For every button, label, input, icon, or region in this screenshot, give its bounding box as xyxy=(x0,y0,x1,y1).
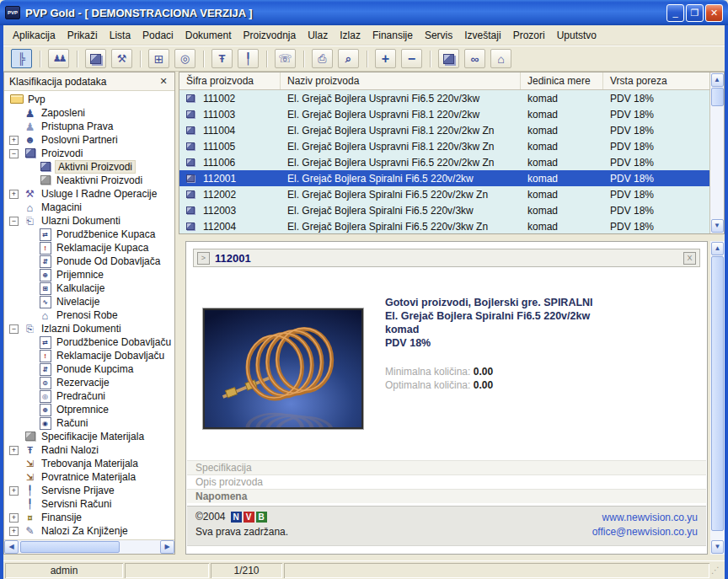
search-binoculars-icon[interactable] xyxy=(464,49,485,68)
section-row[interactable]: Opis proizvoda xyxy=(187,474,706,489)
expander-icon[interactable]: + xyxy=(9,527,19,536)
menu-item[interactable]: Prozori xyxy=(507,28,551,43)
scroll-left-icon[interactable]: ◀ xyxy=(4,540,19,554)
table-row[interactable]: 112004 El. Grejač Bojlera Spiralni Fi6.5… xyxy=(179,218,709,233)
tree-item[interactable]: Predračuni xyxy=(4,389,174,403)
tree-item[interactable]: Ponude Kupcima xyxy=(4,362,174,376)
tree-item[interactable]: + Poslovni Partneri xyxy=(4,133,174,147)
menu-item[interactable]: Finansije xyxy=(367,28,419,43)
tree-item[interactable]: Pvp xyxy=(4,93,174,106)
home-icon[interactable] xyxy=(490,49,511,68)
table-row[interactable]: 111003 El. Grejač Bojlera Uspravni Fi8.1… xyxy=(179,106,709,122)
tree-item[interactable]: Specifikacije Materijala xyxy=(4,430,174,443)
table-row[interactable]: 111002 El. Grejač Bojlera Uspravni Fi6.5… xyxy=(179,90,709,106)
service-orders-icon[interactable] xyxy=(238,49,259,68)
services-icon[interactable] xyxy=(111,49,132,68)
scroll-down-icon[interactable]: ▼ xyxy=(711,219,724,233)
section-row[interactable]: Napomena xyxy=(187,489,706,503)
table-row[interactable]: 112003 El. Grejač Bojlera Spiralni Fi6.5… xyxy=(179,202,709,218)
column-header[interactable]: Vrsta poreza xyxy=(603,72,709,89)
table-row[interactable]: 111004 El. Grejač Bojlera Uspravni Fi8.1… xyxy=(179,122,709,138)
work-orders-icon[interactable] xyxy=(211,49,233,68)
fax-icon[interactable] xyxy=(275,49,296,68)
menu-item[interactable]: Ulaz xyxy=(302,28,334,43)
product-box-icon[interactable] xyxy=(438,49,459,68)
tree-item[interactable]: Zaposleni xyxy=(4,106,174,120)
tree-item[interactable]: + Nalozi Za Knjiženje xyxy=(4,524,174,538)
table-row[interactable]: 112002 El. Grejač Bojlera Spiralni Fi6.5… xyxy=(179,186,709,202)
tree-item[interactable]: Prenosi Robe xyxy=(4,308,174,322)
close-detail-button[interactable]: X xyxy=(683,252,696,265)
menu-item[interactable]: Izveštaji xyxy=(458,28,506,43)
menu-item[interactable]: Lista xyxy=(104,28,136,43)
tree-item[interactable]: + Finansije xyxy=(4,511,174,524)
products-icon[interactable] xyxy=(85,49,106,68)
tree-item[interactable]: Porudžbenice Kupaca xyxy=(4,228,174,241)
menu-item[interactable]: Proizvodnja xyxy=(237,28,302,43)
menu-item[interactable]: Dokument xyxy=(179,28,238,43)
close-button[interactable]: ✕ xyxy=(705,4,723,22)
table-vertical-scrollbar[interactable]: ▲ ▼ xyxy=(709,72,724,233)
employees-icon[interactable] xyxy=(48,49,69,68)
print-icon[interactable] xyxy=(312,49,333,68)
expander-icon[interactable]: + xyxy=(9,136,19,145)
tree-item[interactable]: Aktivni Proizvodi xyxy=(4,160,174,174)
expander-icon[interactable]: + xyxy=(9,190,19,199)
website-link[interactable]: www.newvision.co.yu xyxy=(592,511,698,525)
email-link[interactable]: office@newvision.co.yu xyxy=(592,525,698,539)
sidebar-horizontal-scrollbar[interactable]: ◀ ▶ xyxy=(4,539,174,554)
scroll-up-icon[interactable]: ▲ xyxy=(711,73,724,87)
maximize-button[interactable]: ❐ xyxy=(686,4,704,22)
menu-item[interactable]: Izlaz xyxy=(334,28,367,43)
tree-item[interactable]: Rezervacije xyxy=(4,376,174,389)
resize-grip[interactable]: ⋰ xyxy=(711,563,723,578)
tree-item[interactable]: Kalkulacije xyxy=(4,281,174,295)
scrollbar-thumb[interactable] xyxy=(711,88,724,106)
tree-item[interactable]: + Usluge I Radne Operacije xyxy=(4,187,174,201)
expander-icon[interactable]: + xyxy=(9,486,19,496)
scroll-up-icon[interactable]: ▲ xyxy=(711,242,724,255)
tree-item[interactable]: Prijemnice xyxy=(4,268,174,281)
table-row[interactable]: 112001 El. Grejač Bojlera Spiralni Fi6.5… xyxy=(179,170,709,186)
expand-detail-button[interactable]: > xyxy=(197,252,210,265)
minimize-button[interactable]: _ xyxy=(666,4,684,22)
tree-item[interactable]: Reklamacije Dobavljaču xyxy=(4,349,174,362)
menu-item[interactable]: Servis xyxy=(419,28,458,43)
document-target-icon[interactable] xyxy=(174,49,195,68)
tree-item[interactable]: Servisni Računi xyxy=(4,497,174,511)
tree-item[interactable]: Trebovanja Materijala xyxy=(4,457,174,470)
add-icon[interactable] xyxy=(375,49,396,68)
tree-item[interactable]: Nivelacije xyxy=(4,295,174,308)
tree-item[interactable]: Magacini xyxy=(4,201,174,214)
tree-item[interactable]: + Servisne Prijave xyxy=(4,484,174,497)
tree-item[interactable]: Pristupna Prava xyxy=(4,120,174,133)
tree-item[interactable]: Povratnice Materijala xyxy=(4,470,174,484)
menu-item[interactable]: Podaci xyxy=(136,28,179,43)
expander-icon[interactable]: − xyxy=(9,217,19,226)
expander-icon[interactable]: + xyxy=(9,446,19,455)
column-header[interactable]: Šifra proizvoda xyxy=(179,72,281,89)
expander-icon[interactable]: − xyxy=(9,149,19,158)
section-row[interactable]: Specifikacija xyxy=(187,460,706,474)
tree-item[interactable]: Porudžbenice Dobavljaču xyxy=(4,335,174,349)
expander-icon[interactable]: − xyxy=(9,324,19,334)
menu-item[interactable]: Prikaži xyxy=(62,28,104,43)
detail-vertical-scrollbar[interactable]: ▲ ▼ xyxy=(710,241,725,555)
remove-icon[interactable] xyxy=(401,49,422,68)
expander-icon[interactable]: + xyxy=(9,513,19,523)
scroll-down-icon[interactable]: ▼ xyxy=(711,540,724,554)
title-bar[interactable]: PVP PVP Gold - [ DEMONSTRACIONA VERZIJA … xyxy=(0,0,728,25)
table-row[interactable]: 111006 El. Grejač Bojlera Uspravni Fi6.5… xyxy=(179,154,709,170)
table-row[interactable]: 111005 El. Grejač Bojlera Uspravni Fi8.1… xyxy=(179,138,709,154)
tree-item[interactable]: Otpremnice xyxy=(4,403,174,416)
column-header[interactable]: Jedinica mere xyxy=(521,72,603,89)
window-split-icon[interactable] xyxy=(148,49,169,68)
scroll-right-icon[interactable]: ▶ xyxy=(160,540,174,554)
column-header[interactable]: Naziv proizvoda xyxy=(281,72,521,89)
tree-item[interactable]: Računi xyxy=(4,416,174,430)
tree-view-icon[interactable] xyxy=(11,49,32,68)
menu-item[interactable]: Uputstvo xyxy=(551,28,602,43)
menu-item[interactable]: Aplikacija xyxy=(7,28,62,43)
tree-item[interactable]: Neaktivni Proizvodi xyxy=(4,174,174,187)
tree-item[interactable]: Ponude Od Dobavljača xyxy=(4,255,174,268)
